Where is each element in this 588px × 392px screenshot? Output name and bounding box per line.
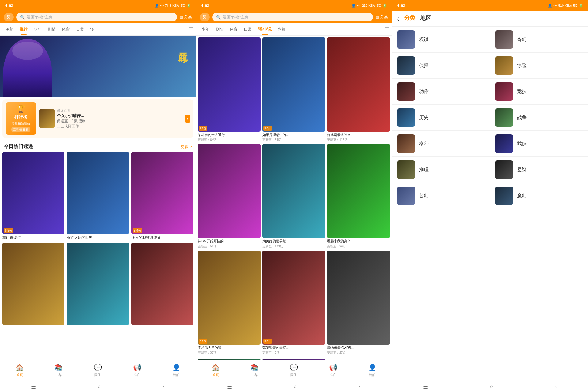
ml-card-7[interactable]: 9.3分 落第賢者的學院... 更新至：5话	[262, 251, 325, 355]
manga-thumb-1	[67, 152, 129, 234]
sys-home-1[interactable]: ○	[98, 383, 101, 390]
search-icon-1: 🔍	[20, 15, 25, 20]
ml-card-3[interactable]: 从Lv2开始开挂的... 更新至：56话	[198, 144, 261, 249]
tab-youth[interactable]: 少年	[31, 24, 45, 35]
sys-back-3[interactable]: ‹	[555, 383, 557, 390]
nav-more-icon-1[interactable]: ☰	[188, 26, 193, 33]
battery-1: 🔋	[187, 4, 191, 8]
cat-item-12[interactable]: 玄幻	[392, 183, 490, 209]
sys-back-1[interactable]: ‹	[163, 383, 165, 390]
ml-update-7: 更新至：5话	[262, 351, 325, 355]
nav-bookshelf-2[interactable]: 📚 书架	[251, 364, 259, 377]
back-button[interactable]: ‹	[397, 14, 399, 23]
nav-bookshelf-1[interactable]: 📚 书架	[55, 364, 63, 377]
tab-drama[interactable]: 剧情	[45, 24, 59, 35]
ranking-left-1[interactable]: 🏆 排行榜 海量精品漫画 立即去看看	[6, 102, 36, 135]
sys-menu-3[interactable]: ☰	[423, 383, 428, 390]
nav-more-icon-2[interactable]: ☰	[384, 26, 389, 33]
manga-list-grid-2: 9.1分 某科学的一方通行 更新至：64话 9.0分 如果是理想中的... 更新…	[196, 36, 392, 357]
cat-item-1[interactable]: 奇幻	[490, 27, 588, 53]
manga-card-1[interactable]: 灭亡之后的世界	[67, 152, 129, 240]
nav-profile-1[interactable]: 👤 我的	[172, 364, 180, 377]
search-bar-1[interactable]: 🔍 漫画/作者/主角	[16, 13, 177, 21]
tab-sports[interactable]: 体育	[59, 24, 73, 35]
sys-back-2[interactable]: ‹	[359, 383, 361, 390]
tab2-light-novel[interactable]: 轻小说	[255, 24, 275, 35]
tab2-sports[interactable]: 体育	[227, 24, 241, 35]
tab-light[interactable]: 轻	[87, 24, 97, 35]
sys-home-3[interactable]: ○	[490, 383, 493, 390]
tab-category[interactable]: 分类	[404, 14, 415, 23]
ml-score-7: 9.3分	[263, 339, 272, 344]
ml-card-2[interactable]: 好比是最终迷宫... 更新至：115话	[327, 37, 390, 142]
manga-card-5[interactable]	[131, 243, 193, 326]
nav-promo-1[interactable]: 📢 推广	[133, 364, 141, 377]
cat-item-0[interactable]: 权谋	[392, 27, 490, 53]
tab2-drama[interactable]: 剧情	[213, 24, 227, 35]
ml-card-8[interactable]: 废物勇者 GARB... 更新至：27话	[327, 251, 390, 355]
classify-button-2[interactable]: ⊞ 分类	[375, 14, 388, 20]
ml-update-4: 更新至：123话	[262, 244, 325, 249]
arrow-badge-1[interactable]: ›	[185, 115, 190, 123]
cat-item-11[interactable]: 悬疑	[490, 157, 588, 183]
system-nav-1: ☰ ○ ‹	[0, 381, 196, 392]
cat-thumb-7	[495, 108, 513, 127]
ml-thumb-bg-3	[198, 144, 261, 238]
cat-item-4[interactable]: 动作	[392, 79, 490, 105]
cat-item-3[interactable]: 惊险	[490, 53, 588, 79]
cat-thumb-5	[495, 82, 513, 101]
hot-more-1[interactable]: 更多 >	[181, 144, 192, 149]
gender-button-2[interactable]: 男	[200, 13, 210, 21]
search-bar-2[interactable]: 🔍 漫画/作者/主角	[212, 13, 373, 21]
nav-profile-2[interactable]: 👤 我的	[368, 364, 376, 377]
manga-card-3[interactable]	[2, 243, 64, 326]
ml-card-6[interactable]: 9.1分 不相信人类的冒... 更新至：32话	[198, 251, 261, 355]
tab2-youth[interactable]: 少年	[198, 24, 213, 35]
tab-region[interactable]: 地区	[420, 14, 431, 23]
cat-thumb-13	[495, 187, 513, 205]
status-bar-3: 4:52 👤 ••• 510 KB/s 5G 🔋	[392, 0, 588, 11]
nav-home-1[interactable]: 🏠 首页	[15, 364, 24, 377]
cat-item-6[interactable]: 历史	[392, 105, 490, 131]
ml-card-1[interactable]: 9.0分 如果是理想中的... 更新至：34话	[262, 37, 325, 142]
manga-card-2[interactable]: 9.4分 正义的我被系统逼	[131, 152, 193, 240]
tab2-rainbow[interactable]: 彩虹	[275, 24, 289, 35]
status-bar-2: 4:52 👤 ••• 210 KB/s 5G 🔋	[196, 0, 392, 11]
ml-thumb-3	[198, 144, 261, 238]
tab2-daily[interactable]: 日常	[241, 24, 255, 35]
nav-promo-2[interactable]: 📢 推广	[329, 364, 337, 377]
manga-card-0[interactable]: 9.9分 掌门低调点	[2, 152, 64, 240]
ml-card-4[interactable]: 为美好的世界献... 更新至：123话	[262, 144, 325, 249]
nav-home-2[interactable]: 🏠 首页	[211, 364, 220, 377]
classify-button-1[interactable]: ⊞ 分类	[179, 14, 192, 20]
gender-button-1[interactable]: 男	[4, 13, 14, 21]
ml-thumb-8	[327, 251, 390, 345]
ml-thumb-bg-10	[262, 359, 325, 360]
cat-item-7[interactable]: 战争	[490, 105, 588, 131]
ml-card-10[interactable]	[262, 359, 325, 360]
ml-card-0[interactable]: 9.1分 某科学的一方通行 更新至：64话	[198, 37, 261, 142]
sys-menu-1[interactable]: ☰	[31, 383, 36, 390]
cat-item-10[interactable]: 推理	[392, 157, 490, 183]
ranking-btn-1[interactable]: 立即去看看	[11, 127, 30, 132]
cat-item-8[interactable]: 格斗	[392, 131, 490, 157]
tab-daily[interactable]: 日常	[73, 24, 87, 35]
ml-update-3: 更新至：56话	[198, 244, 261, 249]
tab-recommend[interactable]: 推荐	[17, 24, 31, 35]
nav-circle-1[interactable]: 💬 圈子	[94, 364, 102, 377]
ml-card-9[interactable]	[198, 359, 261, 360]
sys-menu-2[interactable]: ☰	[227, 383, 232, 390]
ml-card-5[interactable]: 看起来我的身体... 更新至：29话	[327, 144, 390, 249]
cat-label-10: 推理	[419, 167, 429, 173]
tab-update[interactable]: 更新	[2, 24, 17, 35]
manga-card-4[interactable]	[67, 243, 129, 326]
cat-thumb-3	[495, 56, 513, 75]
nav-circle-2[interactable]: 💬 圈子	[290, 364, 298, 377]
manga-score-0: 9.9分	[4, 228, 13, 233]
sys-home-2[interactable]: ○	[294, 383, 297, 390]
cat-item-2[interactable]: 侦探	[392, 53, 490, 79]
hot-title-1: 今日热门速递	[4, 143, 33, 150]
cat-item-5[interactable]: 竞技	[490, 79, 588, 105]
cat-item-9[interactable]: 武侠	[490, 131, 588, 157]
cat-item-13[interactable]: 魔幻	[490, 183, 588, 209]
